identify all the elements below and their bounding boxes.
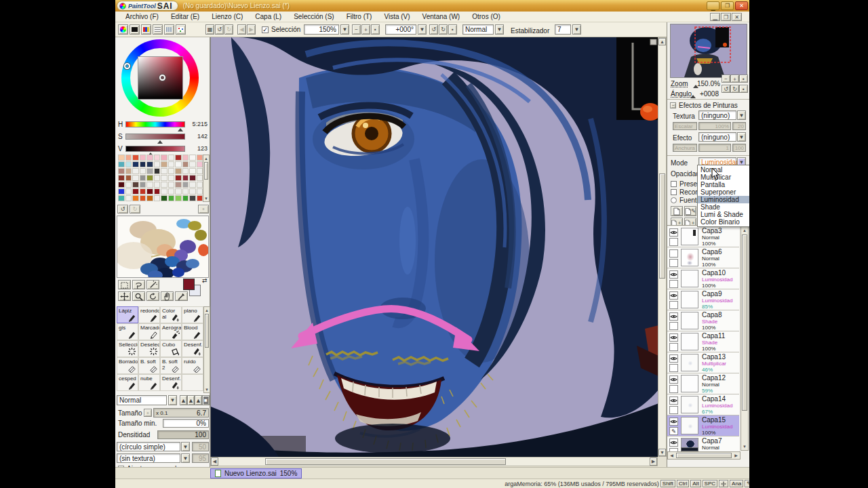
layer-secondary-box[interactable]: ✎ <box>669 259 678 267</box>
layer-thumbnail[interactable] <box>681 354 698 371</box>
menu-item[interactable]: Ventana (W) <box>416 13 467 20</box>
layer-row[interactable]: ✎ Capa15 Luminosidad 100% <box>667 415 739 436</box>
swatch[interactable] <box>197 161 203 167</box>
swatch[interactable] <box>189 195 196 201</box>
swatch[interactable] <box>125 188 132 195</box>
paint-blend-dropdown-button[interactable]: ▼ <box>495 24 504 35</box>
swatch[interactable] <box>140 155 146 161</box>
swatch[interactable] <box>161 155 167 161</box>
angle-reset-button[interactable]: ▪ <box>448 24 457 35</box>
brush-cell[interactable]: nube <box>138 374 160 391</box>
swatch[interactable] <box>161 188 167 195</box>
sv-marker[interactable] <box>159 75 165 81</box>
swatch[interactable] <box>189 155 196 161</box>
swatch[interactable] <box>168 195 175 201</box>
texture-dropdown[interactable]: ▼ <box>737 110 746 120</box>
swatch[interactable] <box>182 182 189 188</box>
menu-item[interactable]: Archivo (F) <box>119 13 165 20</box>
swatch[interactable] <box>118 182 125 188</box>
zoom-field[interactable]: 150% <box>304 24 339 35</box>
brush-cell[interactable]: Sellecció <box>117 340 138 357</box>
layer-row[interactable]: ✎ Capa3 Normal 100% <box>667 226 739 247</box>
angle-dropdown-button[interactable]: ▼ <box>418 24 427 35</box>
zoom-in-button[interactable]: ＋ <box>361 24 370 35</box>
swatch[interactable] <box>132 161 139 167</box>
lasso-tool[interactable] <box>132 280 145 289</box>
swatch[interactable] <box>118 161 125 167</box>
swatch[interactable] <box>182 168 189 174</box>
swatch[interactable] <box>189 182 196 188</box>
color-mixer-panel-icon[interactable] <box>141 24 151 35</box>
layer-row[interactable]: ✎ Capa10 Luminosidad 100% <box>667 268 739 289</box>
brush-cell[interactable]: Blood <box>182 323 203 340</box>
swatch-panel-icon[interactable] <box>164 24 174 35</box>
layer-thumbnail[interactable] <box>681 291 698 308</box>
hand-tool[interactable] <box>161 291 174 301</box>
layer-row[interactable]: ✎ Capa6 Normal 100% <box>667 247 739 268</box>
sat-slider[interactable] <box>125 134 185 140</box>
layer-thumbnail[interactable] <box>681 270 698 287</box>
nav-zoom-reset-button[interactable]: ▪ <box>739 75 748 83</box>
color-wheel-panel-icon[interactable] <box>118 24 128 35</box>
zoom-dropdown-button[interactable]: ▼ <box>340 24 349 35</box>
swatch[interactable] <box>118 155 125 161</box>
swatch[interactable] <box>189 168 196 174</box>
layer-row[interactable]: ✎ Capa11 Shade 100% <box>667 331 739 352</box>
swatch[interactable] <box>182 161 189 167</box>
layer-secondary-box[interactable]: ✎ <box>669 280 678 288</box>
swatch[interactable] <box>140 168 146 174</box>
swatch[interactable] <box>182 188 189 195</box>
foreground-color[interactable] <box>183 279 195 290</box>
swatch[interactable] <box>132 195 139 201</box>
swatch[interactable] <box>154 175 161 181</box>
brush-texture-field[interactable]: (sin textura) <box>117 453 180 463</box>
selection-toggle[interactable]: ✓ Selección <box>262 26 300 33</box>
size-unit-button[interactable]: ▫ <box>144 409 152 417</box>
layer-row[interactable]: ✎ Capa13 Multiplicar 46% <box>667 352 739 373</box>
layer-row[interactable]: ✎ Capa14 Luminosidad 67% <box>667 394 739 415</box>
swatch[interactable] <box>197 155 203 161</box>
swatch[interactable] <box>125 168 132 174</box>
swatch[interactable] <box>168 182 175 188</box>
swatch[interactable] <box>118 188 125 195</box>
layer-row[interactable]: ✎ Capa9 Luminosidad 85% <box>667 289 739 310</box>
swatch[interactable] <box>175 195 182 201</box>
swatch[interactable] <box>161 195 167 201</box>
layer-visibility-toggle[interactable] <box>669 333 678 342</box>
effect-dropdown[interactable]: ▼ <box>737 132 746 142</box>
swatch[interactable] <box>146 195 153 201</box>
swatch[interactable] <box>175 168 182 174</box>
layer-thumbnail[interactable] <box>681 249 698 266</box>
brush-texture-dropdown[interactable]: ▼ <box>181 453 190 463</box>
nav-rotate-ccw-button[interactable]: ↺ <box>722 85 730 93</box>
undo-button[interactable]: ↺ <box>215 24 224 35</box>
document-tab[interactable]: Nuevo Lienzo.sai 150% <box>210 468 302 479</box>
swatch[interactable] <box>140 188 146 195</box>
swatch[interactable] <box>197 168 203 174</box>
selection-source-radio[interactable] <box>671 197 677 203</box>
paint-blend-field[interactable]: Normal <box>462 24 494 35</box>
zoom-reset-button[interactable]: ▪ <box>371 24 380 35</box>
rotate-tool[interactable] <box>146 291 159 301</box>
brush-cell[interactable]: ruido <box>182 357 203 374</box>
new-linework-layer-button[interactable]: ✎ <box>684 206 696 216</box>
swatch[interactable] <box>168 175 175 181</box>
swatch[interactable] <box>132 175 139 181</box>
nav-zoom-slider-marker[interactable] <box>693 85 698 88</box>
layers-hscrollbar[interactable]: ◀ ▶ <box>667 451 741 460</box>
swatch[interactable] <box>132 168 139 174</box>
brush-cell[interactable]: Color al <box>160 306 182 323</box>
layer-row[interactable]: ✎ Capa12 Normal 59% <box>667 373 739 394</box>
brush-cell[interactable]: Marcado <box>138 323 160 340</box>
swatch[interactable] <box>175 175 182 181</box>
effect-field[interactable]: (ninguno) <box>698 132 736 142</box>
maximize-button[interactable]: ❐ <box>721 1 734 10</box>
swatch[interactable] <box>154 161 161 167</box>
hue-marker[interactable] <box>124 63 130 69</box>
swatch[interactable] <box>161 182 167 188</box>
angle-field[interactable]: +000° <box>385 24 416 35</box>
brush-edge-soft[interactable]: ▲ <box>187 395 195 405</box>
swatch[interactable] <box>118 175 125 181</box>
stabilizer-dropdown-button[interactable]: ▼ <box>572 24 581 35</box>
layer-secondary-box[interactable]: ✎ <box>669 322 678 330</box>
